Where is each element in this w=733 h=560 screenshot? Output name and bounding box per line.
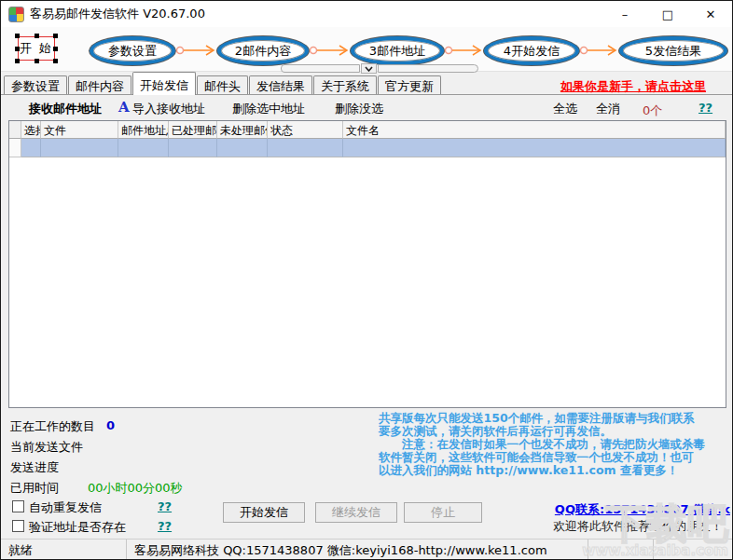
selection-handle xyxy=(15,34,20,38)
select-all-button[interactable]: 全选 xyxy=(553,101,577,117)
status-empty-pane xyxy=(588,540,654,560)
address-help-link[interactable]: ?? xyxy=(698,101,712,115)
column-header-undone[interactable]: 未处理邮件 xyxy=(217,121,268,139)
flow-toolbar: 开 始 参数设置 2邮件内容 3邮件地址 4开始发信 5发信结果 xyxy=(1,27,732,72)
import-address-button[interactable]: 导入接收地址 xyxy=(132,101,205,117)
status-empty-pane xyxy=(654,540,732,560)
flow-step-settings[interactable]: 参数设置 xyxy=(90,36,175,65)
address-control-row: 接收邮件地址 A 导入接收地址 删除选中地址 删除没选 全选 全消 0个 ?? xyxy=(1,95,732,120)
chevron-down-icon xyxy=(365,66,373,72)
flow-step-label: 3邮件地址 xyxy=(369,43,425,60)
table-corner-cell xyxy=(9,121,21,139)
arrow-connector-icon xyxy=(175,44,217,57)
app-window: 客易易邮件发信软件 V20.67.00 – □ ✕ 开 始 参数设置 2邮件内容… xyxy=(0,0,733,560)
status-bar: 就绪 客易易网络科技 QQ:1571438807 微信:keyiyi168-ht… xyxy=(1,539,732,560)
column-header-filename[interactable]: 文件名 xyxy=(343,121,726,139)
arrow-connector-icon xyxy=(309,44,351,57)
flow-step-label: 2邮件内容 xyxy=(235,43,291,60)
arrow-connector-icon xyxy=(579,44,619,57)
flow-step-label: 4开始发信 xyxy=(504,43,560,60)
app-icon xyxy=(8,7,24,22)
current-file-label: 当前发送文件 xyxy=(10,439,83,456)
notice-line: 以进入我们的网站 http://www.ke11.com 查看更多！ xyxy=(379,464,733,477)
selection-handle xyxy=(53,34,58,38)
flow-step-content[interactable]: 2邮件内容 xyxy=(217,36,309,65)
column-header-done[interactable]: 已处理邮件 xyxy=(169,121,217,139)
notice-line: 要多次测试，请关闭软件后再运行可再发信。 xyxy=(379,425,733,438)
close-button[interactable]: ✕ xyxy=(689,1,732,27)
address-count: 0个 xyxy=(643,102,662,119)
status-company: 客易易网络科技 QQ:1571438807 微信:keyiyi168-http:… xyxy=(127,540,588,560)
qq-contact-link[interactable]: QQ联系:1571438807 微信:k xyxy=(555,501,730,518)
auto-repeat-label: 自动重复发信 xyxy=(29,499,102,516)
column-header-total[interactable]: 邮件地址总数 xyxy=(118,121,169,139)
flow-step-address[interactable]: 3邮件地址 xyxy=(351,36,444,65)
address-file-table[interactable]: 选择 文件 邮件地址总数 已处理邮件 未处理邮件 状态 文件名 xyxy=(8,120,726,408)
column-header-file[interactable]: 文件 xyxy=(41,121,118,139)
progress-label: 发送进度 xyxy=(10,459,59,476)
bottom-panel: 正在工作的数目 0 当前发送文件 发送进度 已用时间 00小时00分00秒 自动… xyxy=(1,408,732,539)
flow-step-label: 参数设置 xyxy=(108,43,157,60)
delete-selected-button[interactable]: 删除选中地址 xyxy=(232,101,305,117)
selection-handle xyxy=(53,47,58,51)
delete-unselected-button[interactable]: 删除没选 xyxy=(335,101,383,117)
notice-line: 共享版每次只能发送150个邮件，如需要注册版请与我们联系 xyxy=(379,412,733,425)
cell-done xyxy=(169,139,217,157)
clear-all-button[interactable]: 全消 xyxy=(596,101,620,117)
column-header-select[interactable]: 选择 xyxy=(21,121,41,139)
cell-file xyxy=(41,139,118,157)
flow-step-send[interactable]: 4开始发信 xyxy=(484,36,579,65)
selection-handle xyxy=(53,59,58,63)
start-step-button[interactable]: 开 始 xyxy=(18,36,55,61)
notice-line: 注意：在发信时如果一个也发不成功，请先把防火墙或杀毒 xyxy=(379,438,733,451)
tab-mail-content[interactable]: 邮件内容 xyxy=(68,75,131,95)
newbie-help-link[interactable]: 如果你是新手，请点击这里 xyxy=(560,78,706,95)
shareware-notice: 共享版每次只能发送150个邮件，如需要注册版请与我们联系 要多次测试，请关闭软件… xyxy=(379,412,733,477)
working-count-value: 0 xyxy=(106,418,115,432)
import-a-icon: A xyxy=(118,99,130,116)
continue-sending-button[interactable]: 继续发信 xyxy=(315,502,397,523)
selection-handle xyxy=(35,59,39,63)
elapsed-value: 00小时00分00秒 xyxy=(88,480,183,497)
working-count-label: 正在工作的数目 xyxy=(10,418,95,435)
recommend-text: 欢迎将此软件推荐给你的朋友！ xyxy=(553,518,723,535)
verify-address-checkbox[interactable] xyxy=(12,520,24,532)
stop-button[interactable]: 停止 xyxy=(404,502,482,523)
cell-select xyxy=(21,139,41,157)
auto-repeat-help-link[interactable]: ?? xyxy=(158,499,172,513)
table-row[interactable] xyxy=(9,139,726,157)
elapsed-label: 已用时间 xyxy=(10,480,59,497)
tab-start-sending[interactable]: 开始发信 xyxy=(132,72,196,95)
minimize-button[interactable]: – xyxy=(603,1,646,27)
tab-about[interactable]: 关于系统 xyxy=(313,75,377,95)
row-header-cell xyxy=(9,139,21,157)
tab-mail-header[interactable]: 邮件头 xyxy=(197,75,248,95)
flow-step-result[interactable]: 5发信结果 xyxy=(619,36,727,65)
notice-line: 软件暂关闭，这些软件可能会挡信导致一个也发不成功！也可 xyxy=(379,451,733,464)
selection-handle xyxy=(35,34,39,38)
window-title: 客易易邮件发信软件 V20.67.00 xyxy=(30,6,205,22)
column-header-status[interactable]: 状态 xyxy=(268,121,343,139)
arrow-connector-icon xyxy=(444,44,484,57)
tab-update[interactable]: 官方更新 xyxy=(378,75,441,95)
selection-handle xyxy=(15,59,20,63)
receive-address-title: 接收邮件地址 xyxy=(29,101,102,117)
cell-total xyxy=(118,139,169,157)
cell-status xyxy=(268,139,343,157)
verify-address-help-link[interactable]: ?? xyxy=(158,519,172,533)
tab-bar: 参数设置 邮件内容 开始发信 邮件头 发信结果 关于系统 官方更新 如果你是新手… xyxy=(1,73,732,95)
table-header-row: 选择 文件 邮件地址总数 已处理邮件 未处理邮件 状态 文件名 xyxy=(9,121,726,139)
title-bar: 客易易邮件发信软件 V20.67.00 – □ ✕ xyxy=(1,1,732,27)
start-step-label: 开 始 xyxy=(20,40,53,57)
verify-address-label: 验证地址是否存在 xyxy=(29,519,126,536)
tab-send-result[interactable]: 发信结果 xyxy=(249,75,312,95)
flow-step-label: 5发信结果 xyxy=(645,43,701,60)
maximize-button[interactable]: □ xyxy=(646,1,689,27)
cell-filename xyxy=(343,139,726,157)
cell-undone xyxy=(217,139,268,157)
selection-handle xyxy=(15,47,20,51)
auto-repeat-checkbox[interactable] xyxy=(12,500,24,512)
tab-settings[interactable]: 参数设置 xyxy=(4,75,67,95)
start-sending-button[interactable]: 开始发信 xyxy=(223,502,305,523)
status-ready: 就绪 xyxy=(1,540,127,560)
